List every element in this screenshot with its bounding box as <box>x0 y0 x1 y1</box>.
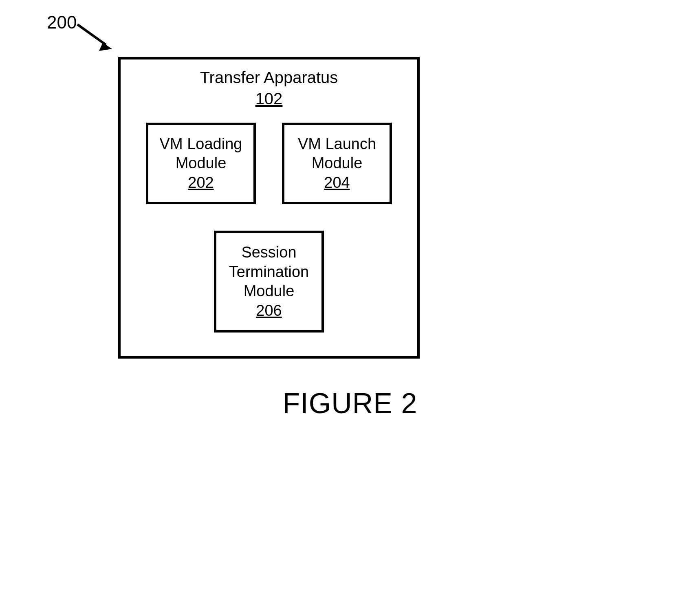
outer-title-text: Transfer Apparatus <box>200 68 338 86</box>
vm-launch-line2: Module <box>312 154 363 172</box>
vm-loading-num: 202 <box>188 174 214 191</box>
vm-launch-module-box: VM Launch Module 204 <box>282 123 392 204</box>
session-line2: Termination <box>229 263 309 280</box>
session-line1: Session <box>241 244 296 261</box>
vm-loading-line1: VM Loading <box>160 135 242 152</box>
bottom-row: Session Termination Module 206 <box>121 231 417 333</box>
figure-caption: FIGURE 2 <box>0 387 700 420</box>
outer-title-num: 102 <box>255 90 283 108</box>
session-line3: Module <box>244 282 295 299</box>
vm-loading-module-box: VM Loading Module 202 <box>146 123 256 204</box>
reference-numeral: 200 <box>47 12 77 33</box>
svg-line-0 <box>77 24 106 45</box>
vm-launch-num: 204 <box>324 174 350 191</box>
outer-box-title: Transfer Apparatus 102 <box>121 67 417 109</box>
session-termination-module-box: Session Termination Module 206 <box>214 231 324 333</box>
vm-loading-line2: Module <box>176 154 227 172</box>
session-num: 206 <box>256 302 282 319</box>
pointer-arrow <box>75 22 116 55</box>
transfer-apparatus-box: Transfer Apparatus 102 VM Loading Module… <box>118 57 420 359</box>
vm-launch-line1: VM Launch <box>298 135 376 152</box>
top-row: VM Loading Module 202 VM Launch Module 2… <box>121 123 417 204</box>
